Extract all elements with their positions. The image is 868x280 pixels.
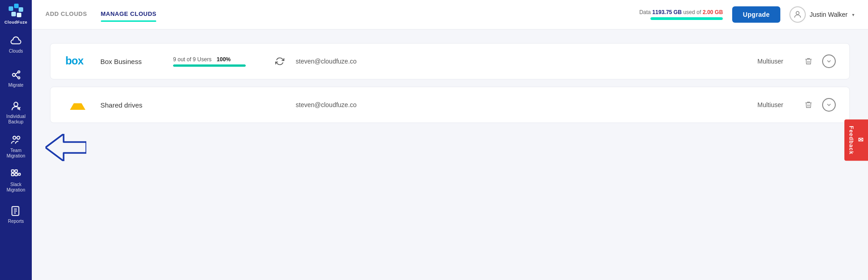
svg-rect-3 <box>11 12 16 16</box>
svg-rect-1 <box>14 4 19 8</box>
topbar-right: Data 1193.75 GB used of 2.00 GB Upgrade <box>639 6 854 23</box>
svg-point-7 <box>18 77 20 79</box>
svg-rect-0 <box>9 6 13 11</box>
sidebar-item-backup-label: Individual Backup <box>6 114 25 125</box>
cloud-usage-bar-fill-box <box>173 64 246 67</box>
sidebar-item-slack-migration[interactable]: Slack Migration <box>0 163 32 197</box>
usage-text-box: 9 out of 9 Users <box>173 56 212 63</box>
user-profile[interactable]: Justin Walker ▾ <box>789 6 854 23</box>
cloud-name-box: Box Business <box>100 58 164 65</box>
svg-rect-13 <box>11 173 14 175</box>
main-content: ADD CLOUDS MANAGE CLOUDS Data 1193.75 GB… <box>32 0 868 280</box>
sidebar-item-reports-label: Reports <box>8 219 24 224</box>
tabs: ADD CLOUDS MANAGE CLOUDS <box>45 10 639 19</box>
sidebar-item-clouds-label: Clouds <box>9 49 23 54</box>
cloud-usage-box: 9 out of 9 Users 100% <box>173 56 264 67</box>
expand-icon-gdrive[interactable] <box>822 98 836 112</box>
gdrive-logo <box>64 95 91 115</box>
svg-point-5 <box>12 73 15 76</box>
data-limit: 2.00 GB <box>703 9 723 15</box>
svg-rect-4 <box>17 13 21 17</box>
cloud-email-gdrive: steven@cloudfuze.co <box>296 101 739 108</box>
usage-pct-box: 100% <box>217 56 231 63</box>
cloud-actions-gdrive <box>802 98 836 112</box>
refresh-icon-box[interactable] <box>273 57 287 66</box>
cloud-name-gdrive: Shared drives <box>100 101 164 109</box>
svg-rect-17 <box>18 173 20 175</box>
sidebar-item-team-migration[interactable]: Team Migration <box>0 129 32 163</box>
cloud-email-box: steven@cloudfuze.co <box>296 58 739 65</box>
arrow-annotation <box>45 134 86 161</box>
expand-icon-box[interactable] <box>822 54 836 68</box>
trash-icon-gdrive[interactable] <box>802 98 815 111</box>
svg-point-10 <box>14 102 18 106</box>
data-usage: Data 1193.75 GB used of 2.00 GB <box>639 9 723 20</box>
cloud-usage-bar-track-box <box>173 64 246 67</box>
cloud-usage-text-box: 9 out of 9 Users 100% <box>173 56 231 63</box>
sidebar-item-reports[interactable]: Reports <box>0 197 32 231</box>
feedback-tab[interactable]: ✉ Feedback <box>844 119 868 161</box>
user-name: Justin Walker <box>809 11 848 18</box>
svg-text:box: box <box>65 55 84 67</box>
svg-line-8 <box>15 72 18 74</box>
data-bar-fill <box>650 17 723 20</box>
svg-rect-15 <box>11 170 14 172</box>
upgrade-button[interactable]: Upgrade <box>732 6 781 23</box>
svg-point-6 <box>18 71 20 73</box>
tab-add-clouds[interactable]: ADD CLOUDS <box>45 10 87 19</box>
svg-line-9 <box>15 75 18 77</box>
sidebar-item-migrate-label: Migrate <box>8 83 23 88</box>
feedback-label: Feedback <box>848 126 854 154</box>
data-of: used of <box>683 9 701 15</box>
data-used: 1193.75 GB <box>652 9 682 15</box>
cloud-card-gdrive: Shared drives steven@cloudfuze.co Multiu… <box>50 87 850 123</box>
cloud-card-box: box Box Business 9 out of 9 Users 100% <box>50 43 850 79</box>
content-area: box Box Business 9 out of 9 Users 100% <box>32 29 868 280</box>
svg-point-11 <box>13 136 16 139</box>
svg-rect-14 <box>15 173 17 175</box>
feedback-envelope-icon: ✉ <box>857 136 864 144</box>
cloud-type-gdrive: Multiuser <box>748 101 793 108</box>
sidebar-item-team-label: Team Migration <box>6 148 25 159</box>
box-logo: box <box>64 54 91 68</box>
sidebar-logo[interactable]: CloudFuze <box>0 0 32 27</box>
data-bar-track <box>650 17 723 20</box>
data-usage-text: Data 1193.75 GB used of 2.00 GB <box>639 9 723 15</box>
user-avatar <box>789 6 806 23</box>
sidebar-item-clouds[interactable]: Clouds <box>0 27 32 61</box>
cloud-actions-box <box>802 54 836 68</box>
sidebar-item-migrate[interactable]: Migrate <box>0 61 32 95</box>
svg-point-12 <box>17 136 20 139</box>
svg-point-22 <box>796 11 799 15</box>
topbar: ADD CLOUDS MANAGE CLOUDS Data 1193.75 GB… <box>32 0 868 29</box>
sidebar-item-individual-backup[interactable]: Individual Backup <box>0 95 32 129</box>
chevron-down-icon: ▾ <box>852 12 854 17</box>
data-label: Data <box>639 9 650 15</box>
svg-marker-23 <box>45 134 86 161</box>
sidebar-logo-label: CloudFuze <box>5 20 28 25</box>
tab-manage-clouds[interactable]: MANAGE CLOUDS <box>101 10 157 19</box>
sidebar: CloudFuze Clouds Migrate Individual Back… <box>0 0 32 280</box>
trash-icon-box[interactable] <box>802 55 815 68</box>
cloud-type-box: Multiuser <box>748 58 793 65</box>
sidebar-item-slack-label: Slack Migration <box>6 182 25 193</box>
svg-rect-16 <box>15 170 17 172</box>
svg-rect-2 <box>19 7 23 12</box>
